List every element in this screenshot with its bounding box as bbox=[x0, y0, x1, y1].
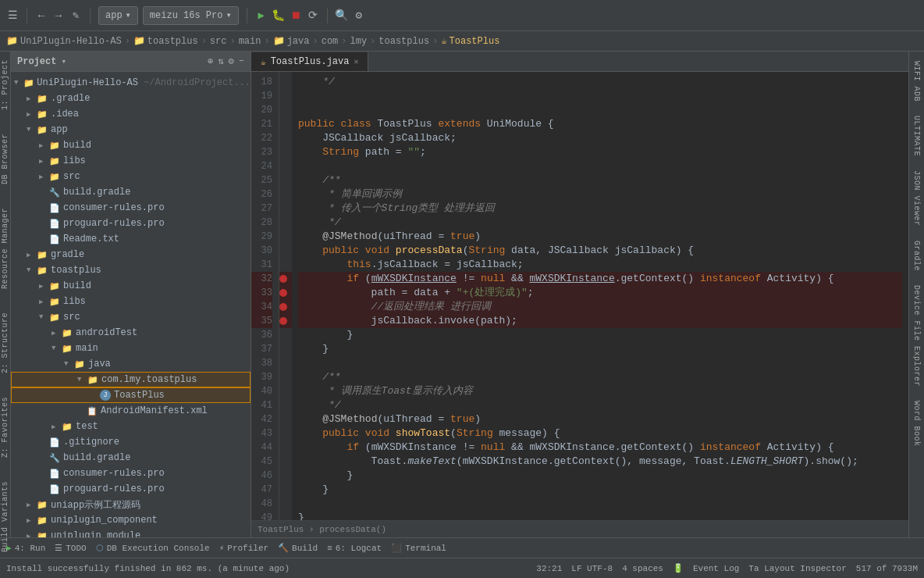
app-buildgradle-icon: 🔧 bbox=[48, 186, 61, 198]
layout-inspector[interactable]: Ta Layout Inspector bbox=[748, 564, 846, 573]
tree-item-androidtest[interactable]: ▶ 📁 androidTest bbox=[11, 325, 251, 341]
sidebar-tab-build[interactable]: Build Variants bbox=[1, 481, 9, 552]
tree-item-toastplus-class[interactable]: J ToastPlus bbox=[11, 387, 251, 403]
tree-item-tp-consumer[interactable]: 📄 consumer-rules.pro bbox=[11, 466, 251, 481]
indent-info[interactable]: 4 spaces bbox=[622, 564, 663, 573]
breadcrumb-toastplus2[interactable]: toastplus bbox=[378, 36, 429, 47]
breakpoint-32[interactable] bbox=[279, 272, 292, 286]
tree-item-tp-proguard[interactable]: 📄 proguard-rules.pro bbox=[11, 481, 251, 497]
code-line-18: */ bbox=[298, 75, 902, 89]
db-tool[interactable]: ⬡ DB Execution Console bbox=[96, 543, 210, 553]
tree-item-app-buildgradle[interactable]: 🔧 build.gradle bbox=[11, 184, 251, 200]
app-dropdown[interactable]: app ▾ bbox=[98, 6, 138, 25]
tree-item-idea[interactable]: ▶ 📁 .idea bbox=[11, 106, 251, 122]
tree-item-consumer[interactable]: 📄 consumer-rules.pro bbox=[11, 200, 251, 216]
device-dropdown[interactable]: meizu 16s Pro ▾ bbox=[143, 6, 239, 25]
right-tab-device[interactable]: Device File Explorer bbox=[911, 279, 922, 393]
code-content[interactable]: */ public class ToastPlus extends UniMod… bbox=[292, 72, 908, 520]
settings-icon[interactable]: ⚙ bbox=[229, 55, 234, 67]
tree-item-tp-build[interactable]: ▶ 📁 build bbox=[11, 278, 251, 294]
memory-usage: 517 of 7933M bbox=[856, 564, 918, 573]
tp-libs-icon: 📁 bbox=[48, 295, 61, 308]
breakpoint-35[interactable] bbox=[279, 314, 292, 328]
menu-icon[interactable]: ☰ bbox=[6, 9, 19, 22]
com-lmy-icon: 📁 bbox=[87, 373, 99, 386]
breakpoint-33[interactable] bbox=[279, 286, 292, 300]
right-tab-ultimate[interactable]: ULTIMATE bbox=[911, 109, 922, 162]
settings-icon[interactable]: ⚙ bbox=[353, 9, 365, 22]
sort-icon[interactable]: ⇅ bbox=[218, 55, 223, 67]
stop-icon[interactable]: ⏹ bbox=[290, 9, 302, 22]
sync-icon[interactable]: ⟳ bbox=[307, 9, 319, 22]
tree-item-app-libs[interactable]: ▶ 📁 libs bbox=[11, 153, 251, 169]
build-tool[interactable]: 🔨 Build bbox=[278, 543, 318, 553]
right-tab-json[interactable]: JSON Viewer bbox=[911, 164, 922, 233]
sidebar-tab-project[interactable]: 1: Project bbox=[1, 59, 9, 110]
app-folder-icon: 📁 bbox=[36, 123, 48, 136]
breadcrumb-toastplus[interactable]: 📁 toastplus bbox=[133, 35, 198, 47]
profiler-tool[interactable]: ⚡ Profiler bbox=[219, 543, 268, 553]
breakpoint-34[interactable] bbox=[279, 300, 292, 314]
tree-item-toastplus[interactable]: ▼ 📁 toastplus bbox=[11, 262, 251, 278]
tree-item-app[interactable]: ▼ 📁 app bbox=[11, 122, 251, 137]
code-line-39: /** bbox=[298, 370, 902, 384]
editor-tab-toastplus[interactable]: ☕ ToastPlus.java ✕ bbox=[251, 52, 368, 71]
cursor-position[interactable]: 32:21 bbox=[536, 564, 562, 573]
add-icon[interactable]: ⊕ bbox=[208, 55, 213, 67]
app-build-icon: 📁 bbox=[48, 139, 61, 152]
breadcrumb-class[interactable]: ☕ ToastPlus bbox=[441, 35, 499, 47]
tree-item-com-lmy-toastplus[interactable]: ▼ 📁 com.lmy.toastplus bbox=[11, 372, 251, 387]
tree-item-tp-buildgradle[interactable]: 🔧 build.gradle bbox=[11, 450, 251, 466]
tree-root[interactable]: ▼ 📁 UniPlugin-Hello-AS ~/AndroidProject.… bbox=[11, 75, 251, 91]
tree-item-app-src[interactable]: ▶ 📁 src bbox=[11, 169, 251, 184]
code-line-48 bbox=[298, 497, 902, 511]
right-tab-gradle[interactable]: Gradle bbox=[911, 234, 922, 277]
java-file-icon: ☕ bbox=[261, 57, 266, 67]
tree-item-readme[interactable]: 📄 Readme.txt bbox=[11, 231, 251, 247]
tree-item-tp-libs[interactable]: ▶ 📁 libs bbox=[11, 294, 251, 309]
tree-item-uniapp[interactable]: ▶ 📁 uniapp示例工程源码 bbox=[11, 497, 251, 512]
run-icon[interactable]: ▶ bbox=[255, 9, 268, 22]
edit-icon[interactable]: ✎ bbox=[69, 9, 82, 22]
terminal-tool[interactable]: ⬛ Terminal bbox=[391, 543, 446, 553]
tree-item-test[interactable]: ▶ 📁 test bbox=[11, 419, 251, 434]
sidebar-tab-favorites[interactable]: Z: Favorites bbox=[1, 397, 9, 458]
logcat-tool[interactable]: ≡ 6: Logcat bbox=[327, 544, 382, 553]
right-tab-wifi[interactable]: WIFI ADB bbox=[911, 55, 922, 108]
breadcrumb-com[interactable]: com bbox=[322, 36, 339, 47]
breadcrumb-lmy[interactable]: lmy bbox=[350, 36, 368, 47]
breadcrumb-src[interactable]: src bbox=[210, 36, 227, 47]
todo-tool[interactable]: ☰ TODO bbox=[55, 543, 86, 553]
project-dropdown-arrow[interactable]: ▾ bbox=[61, 56, 66, 66]
tree-item-manifest[interactable]: 📋 AndroidManifest.xml bbox=[11, 403, 251, 419]
tree-item-tp-src[interactable]: ▼ 📁 src bbox=[11, 309, 251, 325]
tree-item-component[interactable]: ▶ 📁 uniplugin_component bbox=[11, 512, 251, 528]
debug-icon[interactable]: 🐛 bbox=[272, 9, 285, 22]
sidebar-tab-structure[interactable]: 2: Structure bbox=[1, 312, 9, 373]
tree-item-java[interactable]: ▼ 📁 java bbox=[11, 356, 251, 372]
tree-item-proguard[interactable]: 📄 proguard-rules.pro bbox=[11, 216, 251, 231]
tree-item-app-build[interactable]: ▶ 📁 build bbox=[11, 137, 251, 153]
code-line-45: Toast.makeText(mWXSDKInstance.getContext… bbox=[298, 455, 902, 469]
run-tool[interactable]: ▶ 4: Run bbox=[6, 543, 45, 553]
line-ending[interactable]: LF UTF-8 bbox=[571, 564, 613, 573]
tree-item-main[interactable]: ▼ 📁 main bbox=[11, 341, 251, 356]
tab-close-icon[interactable]: ✕ bbox=[354, 57, 358, 66]
right-tab-word[interactable]: Word Book bbox=[911, 394, 922, 453]
left-sidebar-tabs: 1: Project DB Browser Resource Manager 2… bbox=[0, 52, 11, 537]
tree-item-gradle-folder[interactable]: ▶ 📁 .gradle bbox=[11, 91, 251, 106]
minimize-icon[interactable]: – bbox=[239, 55, 244, 67]
breadcrumb-main[interactable]: main bbox=[239, 36, 261, 47]
tree-item-gradle[interactable]: ▶ 📁 gradle bbox=[11, 247, 251, 262]
tree-item-gitignore[interactable]: 📄 .gitignore bbox=[11, 434, 251, 450]
code-line-46: } bbox=[298, 469, 902, 483]
tree-item-module[interactable]: ▶ 📁 uniplugin_module bbox=[11, 528, 251, 537]
breadcrumb-root[interactable]: 📁 UniPlugin-Hello-AS bbox=[6, 35, 122, 47]
search-icon[interactable]: 🔍 bbox=[336, 9, 348, 22]
sidebar-tab-db[interactable]: DB Browser bbox=[1, 134, 9, 184]
sidebar-tab-resource[interactable]: Resource Manager bbox=[1, 208, 9, 289]
forward-icon[interactable]: → bbox=[52, 9, 65, 22]
event-log[interactable]: Event Log bbox=[693, 564, 739, 573]
back-icon[interactable]: ← bbox=[35, 9, 48, 22]
breadcrumb-java[interactable]: 📁java bbox=[273, 35, 310, 47]
